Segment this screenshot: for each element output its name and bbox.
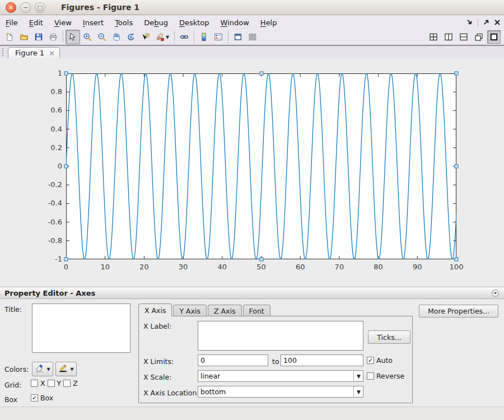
axes-title-input[interactable]	[32, 304, 130, 353]
insert-colorbar-icon	[199, 32, 208, 41]
x-scale-select[interactable]: linear ▼	[198, 370, 363, 382]
selection-handle[interactable]	[64, 258, 68, 262]
tab-x-axis[interactable]: X Axis	[138, 304, 172, 316]
link-plot-button[interactable]	[177, 30, 192, 44]
tile-grid-button[interactable]	[427, 30, 440, 44]
x-tick-label: 10	[100, 263, 110, 271]
titlebar[interactable]: ×−□ Figures - Figure 1	[0, 0, 504, 15]
y-tick-label: 0	[40, 162, 62, 170]
hide-plot-tools-button[interactable]	[231, 30, 245, 44]
insert-legend-button[interactable]	[211, 30, 226, 44]
menu-item-file[interactable]: File	[0, 17, 24, 29]
insert-colorbar-button[interactable]	[197, 30, 211, 44]
window-layout-buttons	[427, 30, 501, 44]
toolbar-group	[177, 30, 192, 44]
x-tick-label: 40	[218, 263, 227, 271]
fill-color-icon	[35, 363, 44, 375]
property-editor-header[interactable]: Property Editor - Axes	[0, 287, 504, 299]
x-axis-location-value: bottom	[200, 388, 226, 396]
x-axis-location-label: X Axis Location:	[143, 389, 199, 397]
selection-handle[interactable]	[259, 72, 263, 76]
undock-icon[interactable]	[482, 18, 491, 27]
maximize-view-button[interactable]	[487, 30, 501, 44]
chevron-down-icon: ▼	[166, 35, 169, 40]
x-tick-label: 50	[256, 263, 266, 271]
ticks-button[interactable]: Ticks...	[368, 330, 410, 344]
tile-grid-icon	[429, 32, 438, 41]
to-label: to	[272, 357, 279, 366]
chevron-down-icon: ▼	[46, 367, 50, 372]
selection-handle[interactable]	[455, 72, 459, 76]
y-tick-label: 0.8	[40, 87, 62, 96]
tab-close-icon[interactable]: ×	[49, 49, 55, 57]
menu-item-help[interactable]: Help	[255, 17, 283, 29]
auto-checkbox[interactable]: ✓	[367, 357, 374, 364]
menu-item-view[interactable]: View	[49, 17, 77, 29]
maximize-window-button[interactable]: □	[35, 2, 45, 13]
y-tick-label: 1	[40, 69, 62, 77]
separator	[228, 31, 228, 43]
y-tick-label: -0.2	[40, 180, 62, 189]
tabbar-grip-handle[interactable]	[2, 48, 4, 56]
x-tick-label: 20	[139, 263, 149, 271]
selection-handle[interactable]	[64, 72, 68, 76]
zoom-out-icon	[97, 32, 106, 41]
selection-handle[interactable]	[64, 165, 68, 169]
toolbar-group	[197, 30, 226, 44]
minimize-window-button[interactable]: −	[20, 2, 31, 13]
tile-horizontal-icon	[459, 32, 468, 41]
zoom-out-button[interactable]	[95, 30, 109, 44]
x-label-input[interactable]	[198, 321, 363, 351]
close-panel-icon[interactable]	[493, 18, 502, 27]
x-tick-label: 60	[296, 263, 305, 271]
box-checkbox[interactable]: ✓	[31, 394, 38, 402]
fill-color-button[interactable]: ▼	[32, 362, 53, 376]
collapse-panel-icon[interactable]	[491, 289, 500, 297]
zoom-in-button[interactable]	[80, 30, 95, 44]
insert-legend-icon	[214, 32, 223, 41]
x-label-label: X Label:	[143, 322, 171, 330]
grid-z-checkbox[interactable]	[63, 380, 71, 387]
line-color-button[interactable]: ▼	[55, 362, 77, 376]
selection-handle[interactable]	[259, 258, 263, 262]
tile-vertical-button[interactable]	[442, 30, 455, 44]
menu-item-desktop[interactable]: Desktop	[174, 17, 215, 29]
menu-item-insert[interactable]: Insert	[77, 17, 109, 29]
reverse-checkbox[interactable]	[367, 372, 374, 380]
grid-x-checkbox[interactable]	[31, 380, 38, 387]
x-axis-tab-panel: X Label: Ticks... X Limits: to ✓Auto X S…	[138, 316, 413, 403]
float-windows-button[interactable]	[472, 30, 486, 44]
x-tick-label: 90	[413, 263, 422, 271]
save-figure-button[interactable]	[31, 30, 46, 44]
tile-horizontal-button[interactable]	[457, 30, 470, 44]
print-figure-button[interactable]	[46, 30, 60, 44]
selection-handle[interactable]	[455, 258, 459, 262]
x-axis-location-select[interactable]: bottom ▼	[198, 386, 363, 398]
grid-y-checkbox[interactable]	[48, 380, 55, 387]
menu-item-debug[interactable]: Debug	[138, 17, 174, 29]
tab-figure-1[interactable]: Figure 1×	[8, 47, 60, 58]
close-window-button[interactable]: ×	[6, 2, 16, 13]
tab-y-axis[interactable]: Y Axis	[173, 305, 207, 316]
tab-font[interactable]: Font	[243, 305, 270, 316]
more-properties-button[interactable]: More Properties...	[419, 305, 498, 318]
plot-axes[interactable]	[66, 73, 456, 259]
x-limit-min-input[interactable]	[198, 354, 268, 366]
x-limit-max-input[interactable]	[281, 354, 363, 366]
menu-item-tools[interactable]: Tools	[109, 17, 138, 29]
dock-figure-icon[interactable]	[465, 18, 474, 27]
brush-data-button[interactable]: ▼	[153, 30, 172, 44]
tab-z-axis[interactable]: Z Axis	[208, 305, 241, 316]
menu-item-window[interactable]: Window	[215, 17, 255, 29]
edit-plot-arrow-button[interactable]	[66, 30, 80, 44]
rotate-3d-button[interactable]	[124, 30, 138, 44]
figure-canvas[interactable]: 0102030405060708090100-1-0.8-0.6-0.4-0.2…	[0, 58, 504, 287]
open-file-button[interactable]	[17, 30, 31, 44]
data-cursor-icon	[141, 32, 150, 41]
data-cursor-button[interactable]	[138, 30, 153, 44]
pan-hand-button[interactable]	[109, 30, 124, 44]
menu-item-edit[interactable]: Edit	[24, 17, 49, 29]
new-figure-button[interactable]	[2, 30, 17, 44]
show-plot-tools-button[interactable]	[245, 30, 260, 44]
selection-handle[interactable]	[455, 165, 459, 169]
